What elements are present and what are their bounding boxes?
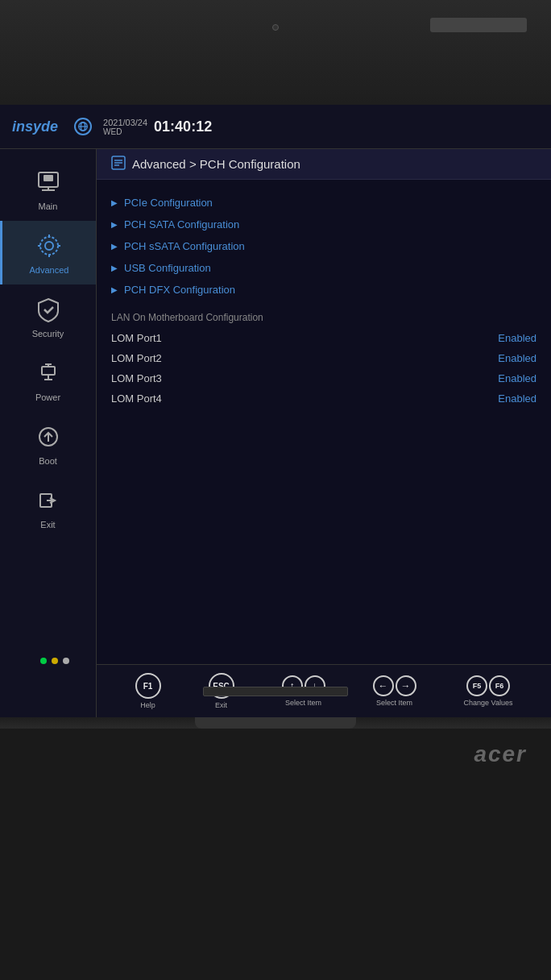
svg-point-8 [40, 237, 58, 255]
breadcrumb-text: Advanced > PCH Configuration [132, 157, 300, 171]
svg-rect-13 [42, 367, 55, 375]
menu-item-label: PCH SATA Configuration [124, 218, 239, 230]
security-icon [33, 294, 64, 325]
lom-port4-row[interactable]: LOM Port4 Enabled [111, 388, 536, 409]
bios-screen: insyde 2021/03/24 WED 01:40:12 [0, 105, 551, 717]
advanced-label: Advanced [30, 265, 69, 275]
security-label: Security [32, 329, 64, 338]
webcam-cover [430, 18, 527, 32]
arrow-icon: ▶ [111, 242, 118, 251]
lom-port1-row[interactable]: LOM Port1 Enabled [111, 328, 536, 348]
menu-item-label: USB Configuration [124, 262, 211, 274]
advanced-icon [34, 230, 64, 261]
config-section: ▶ PCIe Configuration ▶ PCH SATA Configur… [97, 180, 551, 664]
time-display: 01:40:12 [154, 118, 212, 135]
updown-label: Select Item [285, 699, 321, 707]
lom-port2-name: LOM Port2 [111, 352, 162, 364]
bios-body: Main Advanced [0, 149, 551, 717]
sidebar-item-main[interactable]: Main [0, 157, 96, 221]
svg-rect-4 [44, 175, 53, 181]
f5-button[interactable]: F5 [466, 675, 487, 696]
menu-item-pch-ssata[interactable]: ▶ PCH sSATA Configuration [111, 235, 536, 257]
key-f1: F1 Help [135, 673, 161, 709]
key-leftright: ← → Select Item [373, 675, 416, 707]
arrow-icon: ▶ [111, 285, 118, 294]
left-button[interactable]: ← [373, 675, 394, 696]
breadcrumb: Advanced > PCH Configuration [97, 149, 551, 180]
boot-label: Boot [39, 456, 57, 466]
webcam [272, 24, 279, 31]
sidebar-item-advanced[interactable]: Advanced [0, 221, 96, 284]
breadcrumb-icon [111, 156, 126, 172]
exit-label: Exit [40, 520, 55, 529]
led-power [40, 658, 47, 664]
lom-port1-name: LOM Port1 [111, 332, 162, 344]
lom-port3-name: LOM Port3 [111, 372, 162, 384]
trackpad [203, 687, 348, 696]
lom-port2-value: Enabled [498, 352, 536, 364]
bios-header: insyde 2021/03/24 WED 01:40:12 [0, 105, 551, 149]
sidebar-item-boot[interactable]: Boot [0, 412, 96, 475]
day-display: WED [103, 127, 147, 136]
lom-port4-value: Enabled [498, 392, 536, 405]
brand-logo: insyde [12, 118, 58, 135]
svg-point-7 [45, 242, 53, 250]
sidebar-item-security[interactable]: Security [0, 284, 96, 348]
content-area: Advanced > PCH Configuration ▶ PCIe Conf… [97, 149, 551, 717]
exit-icon [33, 485, 64, 516]
led-indicator [63, 658, 69, 664]
hinge [195, 717, 356, 729]
lom-port1-value: Enabled [498, 332, 536, 344]
leftright-label: Select Item [376, 699, 412, 707]
laptop-bottom: acer [0, 717, 551, 729]
f1-button[interactable]: F1 [135, 673, 161, 699]
sidebar-item-power[interactable]: Power [0, 348, 96, 412]
led-activity [52, 658, 58, 664]
f6-button[interactable]: F6 [489, 675, 510, 696]
esc-label: Exit [215, 701, 227, 709]
f5f6-label: Change Values [464, 699, 513, 707]
power-icon [33, 358, 64, 388]
date-display: 2021/03/24 [103, 118, 147, 127]
f1-label: Help [140, 701, 155, 709]
laptop-bezel-top [0, 0, 551, 105]
arrow-icon: ▶ [111, 220, 118, 229]
boot-icon [33, 421, 64, 452]
menu-item-label: PCH DFX Configuration [124, 284, 235, 296]
right-button[interactable]: → [396, 675, 416, 696]
main-label: Main [39, 201, 58, 211]
lom-port4-name: LOM Port4 [111, 392, 162, 405]
lom-section-label: LAN On Motherboard Configuration [111, 301, 536, 328]
arrow-icon: ▶ [111, 264, 118, 272]
sidebar: Main Advanced [0, 149, 97, 717]
menu-item-label: PCIe Configuration [124, 197, 213, 209]
globe-icon [74, 118, 92, 135]
menu-item-pch-sata[interactable]: ▶ PCH SATA Configuration [111, 214, 536, 235]
sidebar-item-exit[interactable]: Exit [0, 475, 96, 539]
lom-port3-value: Enabled [498, 372, 536, 384]
menu-item-pch-dfx[interactable]: ▶ PCH DFX Configuration [111, 279, 536, 301]
datetime-display: 2021/03/24 WED 01:40:12 [74, 118, 212, 136]
menu-item-pcie[interactable]: ▶ PCIe Configuration [111, 192, 536, 214]
lom-port3-row[interactable]: LOM Port3 Enabled [111, 368, 536, 388]
main-icon [33, 167, 64, 197]
menu-item-label: PCH sSATA Configuration [124, 240, 245, 252]
lom-port2-row[interactable]: LOM Port2 Enabled [111, 348, 536, 368]
status-leds [40, 658, 69, 664]
arrow-icon: ▶ [111, 198, 118, 207]
key-f5f6: F5 F6 Change Values [464, 675, 513, 707]
acer-logo: acer [474, 741, 527, 767]
power-label: Power [35, 392, 60, 402]
menu-item-usb[interactable]: ▶ USB Configuration [111, 257, 536, 279]
